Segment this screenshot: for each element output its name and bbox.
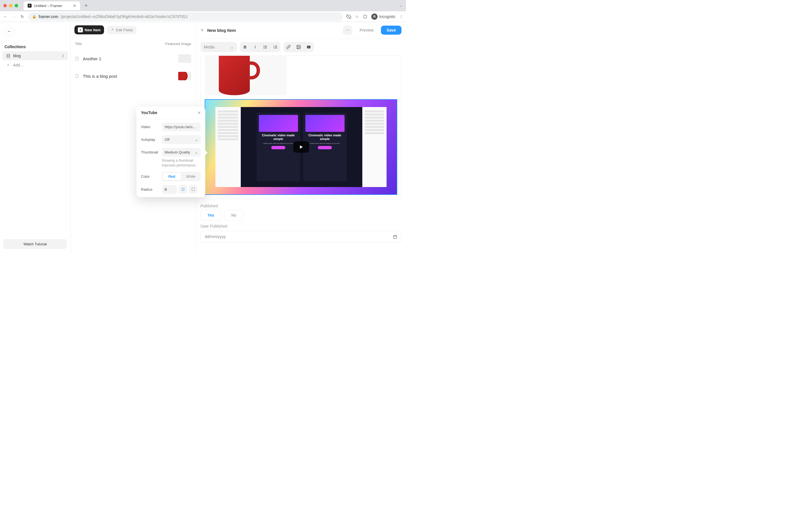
card-sub: Detail works with the platforms you love xyxy=(263,143,293,144)
lock-icon: 🔒 xyxy=(32,15,36,18)
incognito-badge[interactable]: Incognito xyxy=(371,13,395,20)
watch-tutorial-button[interactable]: Watch Tutorial xyxy=(3,239,67,249)
new-item-label: New Item xyxy=(85,28,101,32)
thumbnail-select[interactable]: Medium Quality ⌄ xyxy=(162,148,201,157)
more-options-button[interactable]: ⋯ xyxy=(343,25,352,35)
thumbnail-value: Medium Quality xyxy=(165,150,190,154)
radius-uniform-button[interactable] xyxy=(179,185,187,193)
bold-icon: B xyxy=(244,45,246,49)
browser-tab[interactable]: F Untitled – Framer ✕ xyxy=(24,1,80,10)
collection-count: 2 xyxy=(62,54,64,58)
list-row[interactable]: This is a blog post xyxy=(70,67,196,85)
yes-label: Yes xyxy=(207,213,214,217)
tab-title: Untitled – Framer xyxy=(34,4,62,8)
featured-thumb xyxy=(178,72,191,80)
block-type-select[interactable]: Media ⌄ xyxy=(200,42,237,52)
radius-input[interactable] xyxy=(162,185,177,194)
chevron-down-icon: ⌄ xyxy=(231,45,234,49)
reload-icon[interactable]: ↻ xyxy=(20,14,25,19)
image-button[interactable] xyxy=(294,42,304,52)
address-bar[interactable]: 🔒 framer.com/projects/Untitled--mZ98oDWa… xyxy=(28,12,343,21)
tabs-dropdown-icon[interactable]: ⌄ xyxy=(399,4,403,7)
svg-point-4 xyxy=(264,46,264,46)
media-label: Media xyxy=(204,45,214,49)
italic-icon: I xyxy=(255,45,256,49)
popover-title: YouTube xyxy=(141,110,157,115)
autoplay-select[interactable]: Off ⌄ xyxy=(162,135,201,144)
thumbnail-hint: Showing a thumbnail improves performance… xyxy=(162,158,201,168)
plus-square-icon: + xyxy=(78,27,83,33)
color-red-button[interactable]: Red xyxy=(163,173,181,180)
color-label: Color xyxy=(141,174,160,179)
database-icon xyxy=(6,54,10,58)
svg-marker-20 xyxy=(300,145,303,149)
star-icon[interactable]: ☆ xyxy=(355,14,359,19)
published-no-button[interactable]: No xyxy=(224,210,243,221)
url-domain: framer.com xyxy=(39,14,58,19)
radius-label: Radius xyxy=(141,187,160,191)
published-yes-button[interactable]: Yes xyxy=(200,210,221,221)
window-controls[interactable] xyxy=(3,4,18,7)
ordered-list-button[interactable]: 123 xyxy=(270,42,281,52)
close-window-icon[interactable] xyxy=(3,4,7,7)
featured-thumb xyxy=(178,54,191,63)
card-headline: Cinematic video made simple xyxy=(259,133,298,141)
panel-title: New blog Item xyxy=(207,28,236,33)
video-button[interactable] xyxy=(304,42,314,52)
video-block[interactable]: Cinematic video made simple Detail works… xyxy=(205,99,397,195)
svg-point-6 xyxy=(264,48,264,48)
svg-point-17 xyxy=(297,46,298,47)
thumbnail-label: Thumbnail xyxy=(141,150,160,154)
image-block[interactable] xyxy=(205,56,287,95)
maximize-window-icon[interactable] xyxy=(15,4,18,7)
save-label: Save xyxy=(387,28,396,33)
collection-item-blog[interactable]: blog 2 xyxy=(2,51,68,60)
image-icon xyxy=(296,45,301,49)
edit-fields-button[interactable]: Edit Fields xyxy=(107,26,137,34)
save-button[interactable]: Save xyxy=(381,25,402,35)
list-row[interactable]: Another 1 xyxy=(70,50,196,67)
eye-off-icon[interactable] xyxy=(346,14,351,19)
popover-close-icon[interactable]: ✕ xyxy=(198,111,201,115)
framer-favicon-icon: F xyxy=(28,4,32,8)
document-icon xyxy=(75,74,79,78)
radius-per-corner-button[interactable] xyxy=(189,185,197,193)
card-headline: Cinematic video made simple xyxy=(305,133,345,141)
collections-heading: Collections xyxy=(0,41,70,51)
link-icon xyxy=(286,45,291,49)
play-button[interactable] xyxy=(293,142,309,153)
back-button[interactable]: ← xyxy=(4,26,14,36)
minimize-window-icon[interactable] xyxy=(9,4,12,7)
close-panel-icon[interactable]: ✕ xyxy=(200,28,204,33)
collection-name: blog xyxy=(13,54,20,58)
svg-point-3 xyxy=(7,54,10,55)
bold-button[interactable]: B xyxy=(240,42,250,52)
video-label: Video xyxy=(141,125,160,129)
youtube-popover: YouTube ✕ Video Autoplay Off ⌄ Thumbnail xyxy=(137,107,205,197)
color-white-button[interactable]: White xyxy=(182,173,200,180)
add-label: Add... xyxy=(13,63,23,67)
date-published-input[interactable]: dd/mm/yyyy xyxy=(200,231,402,242)
autoplay-value: Off xyxy=(165,137,169,142)
no-label: No xyxy=(231,213,236,217)
italic-button[interactable]: I xyxy=(250,42,260,52)
link-button[interactable] xyxy=(283,42,294,52)
add-collection-button[interactable]: ＋ Add... xyxy=(2,60,68,70)
content-canvas[interactable]: Cinematic video made simple Detail works… xyxy=(200,55,402,199)
menu-dots-icon[interactable]: ⋮ xyxy=(399,14,403,19)
video-icon xyxy=(306,45,311,49)
extensions-icon[interactable] xyxy=(363,14,367,19)
watch-tutorial-label: Watch Tutorial xyxy=(23,242,47,246)
tab-close-icon[interactable]: ✕ xyxy=(73,4,76,8)
preview-button[interactable]: Preview xyxy=(356,25,378,35)
document-icon xyxy=(75,56,79,61)
new-tab-button[interactable]: + xyxy=(82,3,90,9)
nav-back-icon[interactable]: ← xyxy=(3,14,8,19)
date-placeholder: dd/mm/yyyy xyxy=(205,234,226,239)
svg-point-5 xyxy=(264,47,264,47)
svg-text:3: 3 xyxy=(273,47,274,49)
bullet-list-button[interactable] xyxy=(260,42,270,52)
new-item-button[interactable]: + New Item xyxy=(74,25,104,34)
video-url-input[interactable] xyxy=(162,122,201,131)
svg-rect-0 xyxy=(364,15,367,18)
